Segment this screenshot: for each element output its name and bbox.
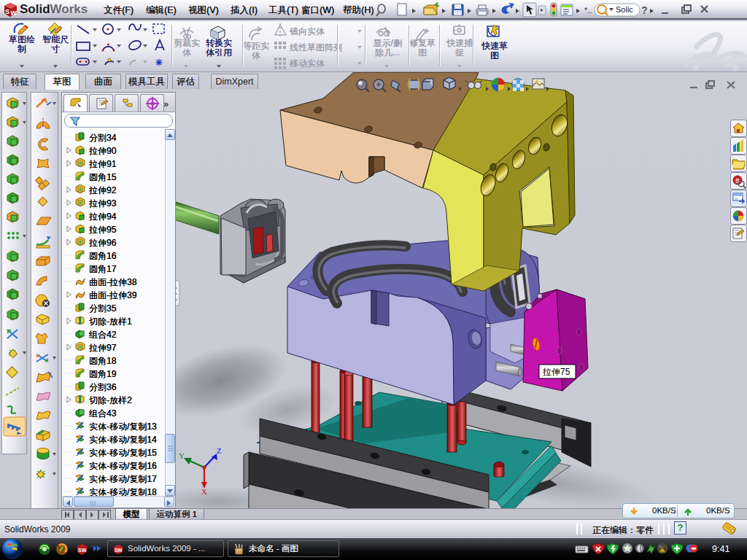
svg-text:W: W (11, 9, 18, 17)
svg-text:X: X (201, 487, 207, 496)
svg-text:SW: SW (78, 548, 87, 553)
svg-text:拉伸75: 拉伸75 (542, 367, 570, 377)
svg-text:?: ? (641, 4, 648, 16)
svg-text:Z: Z (217, 446, 222, 455)
svg-text:Solic: Solic (616, 5, 633, 14)
svg-text:SW: SW (115, 548, 123, 553)
svg-text:S: S (5, 8, 9, 15)
svg-text:Y: Y (179, 451, 185, 460)
svg-text:*..: *.. (584, 6, 592, 15)
svg-text:S: S (735, 177, 740, 184)
